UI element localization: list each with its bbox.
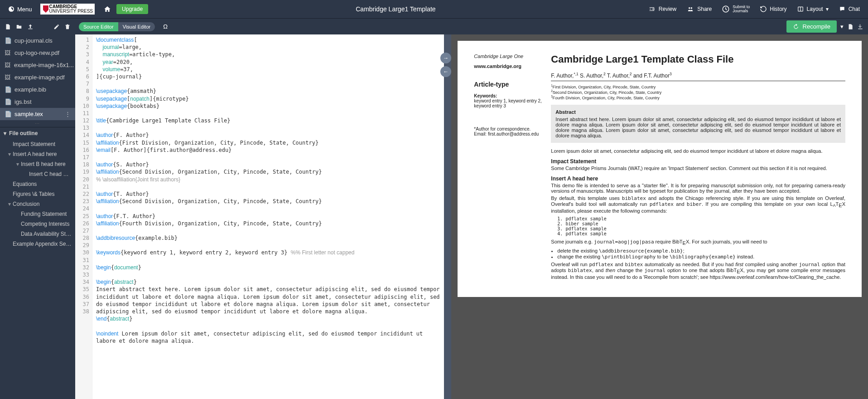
chat-button[interactable]: Chat <box>834 6 864 12</box>
pdf-correspondence: *Author for correspondence. Email: first… <box>474 127 542 136</box>
pdf-website: www.cambridge.org <box>474 63 542 69</box>
file-item[interactable]: 📄igs.bst <box>0 96 75 108</box>
outline-item[interactable]: Data Availability Stat... <box>0 229 75 239</box>
outline-item[interactable]: ▾Conclusion <box>0 199 75 209</box>
topbar: Menu CAMBRIDGEUNIVERSITY PRESS Upgrade C… <box>0 0 868 18</box>
toolbar: Source Editor Visual Editor Ω Recompile … <box>0 18 868 34</box>
file-item[interactable]: 📄example.bib <box>0 83 75 96</box>
menu-label: Menu <box>17 6 32 13</box>
file-item[interactable]: 📄sample.tex⋮ <box>0 108 75 120</box>
submit-icon <box>722 5 730 13</box>
pdf-page: Cambridge Large One www.cambridge.org Ar… <box>458 41 862 297</box>
editor-mode-toggle: Source Editor Visual Editor <box>79 22 155 31</box>
pdf-article-type: Article-type <box>474 81 542 88</box>
pdf-affiliations: 1First Division, Organization, City, Pin… <box>551 84 845 100</box>
outline-item[interactable]: Example Appendix Section <box>0 239 75 249</box>
outline-item[interactable]: Funding Statement <box>0 209 75 219</box>
file-item[interactable]: 📄cup-journal.cls <box>0 34 75 47</box>
share-icon <box>686 6 694 12</box>
delete-button[interactable] <box>64 24 71 30</box>
chat-icon <box>839 6 846 12</box>
pdf-intro: Lorem ipsum dolor sit amet, consectetur … <box>551 148 845 154</box>
line-gutter: 1234567891011121314151617181920212223242… <box>75 34 92 399</box>
outline-item[interactable]: Equations <box>0 179 75 189</box>
project-title: Cambridge Large1 Template <box>148 5 643 13</box>
pdf-keywords: keyword entry 1, keyword entry 2, keywor… <box>474 98 542 108</box>
review-icon <box>648 6 656 12</box>
image-icon: 🖼 <box>5 74 11 81</box>
editor-pane: 1234567891011121314151617181920212223242… <box>75 34 444 399</box>
file-item[interactable]: 🖼cup-logo-new.pdf <box>0 47 75 59</box>
publisher-logo[interactable]: CAMBRIDGEUNIVERSITY PRESS <box>40 4 95 15</box>
share-button[interactable]: Share <box>682 6 716 12</box>
image-icon: 🖼 <box>5 62 10 68</box>
pdf-journal-name: Cambridge Large One <box>474 54 542 59</box>
image-icon: 🖼 <box>5 49 11 56</box>
recompile-dropdown[interactable]: ▾ <box>840 23 844 30</box>
sync-to-pdf-button[interactable]: → <box>440 53 451 63</box>
pdf-title: Cambridge Large1 Template Class File <box>551 54 845 65</box>
upgrade-button[interactable]: Upgrade <box>116 4 148 14</box>
file-item[interactable]: 🖼example-image.pdf <box>0 71 75 83</box>
submit-button[interactable]: Submit toJournals <box>717 5 754 13</box>
logs-button[interactable] <box>847 24 854 30</box>
new-folder-button[interactable] <box>15 24 23 30</box>
upload-button[interactable] <box>27 24 34 30</box>
file-icon: 📄 <box>5 86 11 93</box>
outline-item[interactable]: ▾Insert B head here <box>0 159 75 169</box>
file-icon: 📄 <box>5 98 11 105</box>
home-icon <box>104 5 111 13</box>
recompile-button[interactable]: Recompile <box>786 20 837 33</box>
file-menu-icon[interactable]: ⋮ <box>65 111 71 117</box>
pdf-preview-pane[interactable]: Cambridge Large One www.cambridge.org Ar… <box>451 34 868 399</box>
svg-point-2 <box>691 7 693 9</box>
source-editor-tab[interactable]: Source Editor <box>79 22 118 31</box>
download-pdf-button[interactable] <box>857 24 863 30</box>
file-item[interactable]: 🖼example-image-16x1... <box>0 59 75 71</box>
refresh-icon <box>793 24 799 30</box>
svg-point-1 <box>689 7 690 9</box>
outline-item[interactable]: ▾Insert A head here <box>0 149 75 159</box>
outline-item[interactable]: Figures \& Tables <box>0 189 75 199</box>
outline-item[interactable]: Competing Interests <box>0 219 75 229</box>
overleaf-icon <box>8 6 14 12</box>
layout-icon <box>797 6 804 12</box>
new-file-button[interactable] <box>5 24 11 30</box>
home-button[interactable] <box>98 5 116 13</box>
menu-button[interactable]: Menu <box>4 6 37 13</box>
outline-item[interactable]: Insert C head here <box>0 169 75 179</box>
sync-to-code-button[interactable]: ← <box>440 66 451 77</box>
file-icon: 📄 <box>5 111 11 117</box>
pdf-authors: F. Author,*,1 S. Author,2 T. Author,2 an… <box>551 72 845 81</box>
rename-button[interactable] <box>53 24 60 30</box>
chevron-down-icon: ▾ <box>826 6 829 12</box>
file-icon: 📄 <box>5 37 11 44</box>
history-icon <box>760 5 767 13</box>
visual-editor-tab[interactable]: Visual Editor <box>118 22 155 31</box>
code-editor[interactable]: \documentclass[ journal=large, manuscrip… <box>92 34 444 399</box>
symbol-palette-button[interactable]: Ω <box>159 23 172 30</box>
shield-icon <box>42 5 49 14</box>
panel-resize-handle[interactable]: ⋯ <box>0 120 75 127</box>
outline-item[interactable]: Impact Statement <box>0 139 75 149</box>
svg-point-0 <box>653 8 655 10</box>
file-tree-panel: 📄cup-journal.cls🖼cup-logo-new.pdf🖼exampl… <box>0 34 75 399</box>
file-outline-header[interactable]: ▾File outline <box>0 127 75 139</box>
pane-divider[interactable]: → ← <box>444 34 451 399</box>
pdf-abstract: Insert abstract text here. Lorem ipsum d… <box>555 117 841 138</box>
review-button[interactable]: Review <box>643 6 681 12</box>
file-outline-panel: ▾File outline Impact Statement▾Insert A … <box>0 127 75 399</box>
layout-button[interactable]: Layout ▾ <box>792 6 833 12</box>
history-button[interactable]: History <box>755 5 791 13</box>
